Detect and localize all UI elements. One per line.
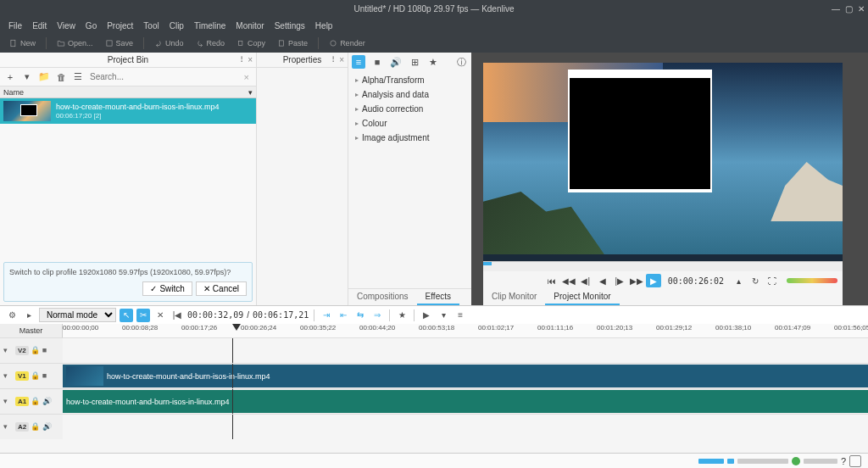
save-button[interactable]: Save bbox=[101, 37, 138, 49]
monitor-ruler[interactable] bbox=[483, 261, 843, 271]
play-button[interactable]: ▶ bbox=[646, 274, 661, 287]
tab-clip-monitor[interactable]: Clip Monitor bbox=[483, 290, 545, 305]
expand-icon[interactable]: ▸ bbox=[22, 309, 36, 322]
menu-edit[interactable]: Edit bbox=[27, 21, 52, 31]
status-box-icon[interactable] bbox=[849, 455, 861, 467]
zoom-segment[interactable] bbox=[727, 459, 734, 464]
rewind-icon[interactable]: ◀◀ bbox=[561, 274, 576, 287]
panel-close-icon[interactable]: × bbox=[248, 55, 253, 64]
zone-out-icon[interactable]: ⇤ bbox=[337, 309, 350, 322]
panel-menu-icon[interactable]: ⠇ bbox=[240, 55, 246, 64]
tab-project-monitor[interactable]: Project Monitor bbox=[545, 290, 619, 305]
camera-icon[interactable]: ■ bbox=[42, 346, 53, 356]
favorite-effects-icon[interactable]: ★ bbox=[426, 55, 440, 69]
main-effects-icon[interactable]: ≡ bbox=[352, 55, 365, 69]
caret-down-icon[interactable]: ▾ bbox=[3, 371, 14, 382]
zoom-slider[interactable] bbox=[737, 459, 788, 464]
playhead-icon[interactable] bbox=[232, 324, 241, 331]
open-button[interactable]: Open... bbox=[53, 37, 97, 49]
menu-go[interactable]: Go bbox=[81, 21, 102, 31]
volume-meter[interactable] bbox=[787, 278, 837, 283]
render-button[interactable]: Render bbox=[325, 37, 370, 49]
effect-category[interactable]: ▸Image adjustment bbox=[348, 131, 471, 145]
prev-frame-icon[interactable]: ◀| bbox=[578, 274, 593, 287]
lock-icon[interactable]: 🔒 bbox=[31, 371, 41, 382]
menu-settings[interactable]: Settings bbox=[270, 21, 310, 31]
bin-name-header[interactable]: Name ▾ bbox=[0, 86, 256, 98]
effect-category[interactable]: ▸Alpha/Transform bbox=[348, 73, 471, 87]
effect-category[interactable]: ▸Audio correction bbox=[348, 102, 471, 116]
chevron-down-icon[interactable]: ▾ bbox=[20, 70, 34, 84]
redo-button[interactable]: Redo bbox=[192, 37, 230, 49]
track-label[interactable]: A2 bbox=[15, 422, 29, 432]
edit-mode-select[interactable]: Normal mode bbox=[39, 308, 116, 322]
close-icon[interactable]: ✕ bbox=[858, 4, 865, 14]
list-view-icon[interactable]: ☰ bbox=[71, 70, 85, 84]
lock-icon[interactable]: 🔒 bbox=[31, 422, 41, 432]
preview-render-icon[interactable]: ▶ bbox=[420, 309, 433, 322]
video-effects-icon[interactable]: ■ bbox=[370, 55, 384, 69]
caret-down-icon[interactable]: ▾ bbox=[3, 397, 14, 407]
play-reverse-icon[interactable]: ◀ bbox=[595, 274, 610, 287]
loop-icon[interactable]: ↻ bbox=[748, 274, 763, 287]
caret-down-icon[interactable]: ▾ bbox=[3, 346, 14, 356]
monitor-view[interactable] bbox=[483, 63, 843, 261]
forward-icon[interactable]: ▶▶ bbox=[629, 274, 644, 287]
timeline-ruler[interactable]: 00:00:00;00 00:00:08;28 00:00:17;26 00:0… bbox=[63, 324, 868, 337]
chevron-down-icon[interactable]: ▾ bbox=[437, 309, 450, 322]
list-icon[interactable]: ≡ bbox=[453, 309, 467, 322]
menu-project[interactable]: Project bbox=[102, 21, 138, 31]
select-tool-icon[interactable]: ↖ bbox=[120, 309, 133, 322]
favorite-icon[interactable]: ★ bbox=[395, 309, 409, 322]
zone-in-icon[interactable]: ⇥ bbox=[320, 309, 333, 322]
maximize-icon[interactable]: ▢ bbox=[845, 4, 853, 14]
switch-button[interactable]: ✓Switch bbox=[142, 281, 192, 296]
next-frame-icon[interactable]: |▶ bbox=[612, 274, 627, 287]
undo-button[interactable]: Undo bbox=[150, 37, 188, 49]
bin-clip-item[interactable]: how-to-create-mount-and-burn-isos-in-lin… bbox=[0, 98, 256, 124]
add-clip-icon[interactable]: + bbox=[3, 70, 17, 84]
lock-icon[interactable]: 🔒 bbox=[31, 346, 41, 356]
status-dot-green[interactable] bbox=[792, 457, 800, 465]
panel-menu-icon[interactable]: ⠇ bbox=[331, 55, 337, 64]
minimize-icon[interactable]: — bbox=[832, 4, 840, 14]
track-label[interactable]: V2 bbox=[15, 346, 29, 355]
video-clip[interactable]: how-to-create-mount-and-burn-isos-in-lin… bbox=[63, 365, 868, 387]
paste-button[interactable]: Paste bbox=[273, 37, 312, 49]
effect-category[interactable]: ▸Colour bbox=[348, 116, 471, 131]
rewind-start-icon[interactable]: ⏮ bbox=[544, 274, 559, 287]
camera-icon[interactable]: ■ bbox=[42, 371, 53, 382]
search-input[interactable] bbox=[88, 70, 237, 83]
menu-view[interactable]: View bbox=[52, 21, 81, 31]
info-icon[interactable]: ⓘ bbox=[454, 55, 468, 69]
folder-up-icon[interactable]: 📁 bbox=[37, 70, 51, 84]
monitor-timecode[interactable]: 00:00:26:02 bbox=[663, 276, 729, 286]
speaker-icon[interactable]: 🔊 bbox=[42, 397, 53, 407]
insert-icon[interactable]: ⇒ bbox=[370, 309, 384, 322]
cancel-button[interactable]: ✕Cancel bbox=[196, 281, 247, 296]
menu-help[interactable]: Help bbox=[310, 21, 338, 31]
menu-tool[interactable]: Tool bbox=[138, 21, 164, 31]
menu-clip[interactable]: Clip bbox=[164, 21, 189, 31]
zoom-segment[interactable] bbox=[698, 459, 724, 464]
caret-up-icon[interactable]: ▴ bbox=[731, 274, 746, 287]
panel-close-icon[interactable]: × bbox=[339, 55, 344, 64]
audio-effects-icon[interactable]: 🔊 bbox=[389, 55, 403, 69]
skip-start-icon[interactable]: |◀ bbox=[170, 309, 184, 322]
new-button[interactable]: New bbox=[5, 37, 40, 49]
razor-tool-icon[interactable]: ✂ bbox=[136, 309, 150, 322]
track-label[interactable]: A1 bbox=[15, 397, 29, 406]
track-label[interactable]: V1 bbox=[15, 371, 29, 381]
effect-category[interactable]: ▸Analysis and data bbox=[348, 87, 471, 102]
menu-timeline[interactable]: Timeline bbox=[189, 21, 231, 31]
speaker-icon[interactable]: 🔊 bbox=[42, 422, 53, 432]
lock-icon[interactable]: 🔒 bbox=[31, 397, 41, 407]
status-slider[interactable] bbox=[804, 459, 837, 464]
tab-compositions[interactable]: Compositions bbox=[348, 289, 417, 305]
caret-down-icon[interactable]: ▾ bbox=[3, 422, 14, 432]
spacer-tool-icon[interactable]: ✕ bbox=[153, 309, 167, 322]
help-icon[interactable]: ? bbox=[841, 456, 846, 466]
audio-clip[interactable]: how-to-create-mount-and-burn-isos-in-lin… bbox=[63, 390, 868, 413]
tab-effects[interactable]: Effects bbox=[417, 289, 459, 305]
timeline-position[interactable]: 00:00:32,09 bbox=[187, 310, 243, 320]
